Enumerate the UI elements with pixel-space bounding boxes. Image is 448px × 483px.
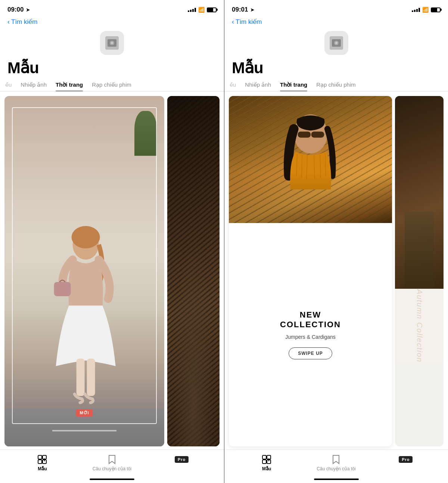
time-1: 09:00 (7, 6, 24, 13)
autumn-collection-text: Autumn Collection (415, 290, 424, 363)
signal-bar (416, 9, 418, 12)
nav-indicator-1 (90, 479, 134, 480)
signal-bar (195, 8, 196, 12)
page-title-2: Mẫu (224, 56, 448, 78)
status-bar-2: 09:01 ➤ 📶 (224, 0, 448, 16)
template-center-card[interactable]: NEW COLLECTION Jumpers & Cardigans SWIPE… (229, 96, 392, 446)
template-card-right-1[interactable] (167, 96, 220, 446)
tab-thoitrang-2[interactable]: Thời trang (276, 78, 312, 91)
tab-rapchieuphim-2[interactable]: Rạp chiếu phim (312, 78, 360, 91)
svg-rect-32 (262, 460, 266, 464)
collection-subtitle: Jumpers & Cardigans (285, 334, 336, 340)
status-right-1: 📶 (188, 7, 217, 13)
battery-icon-2 (431, 7, 441, 12)
nav-indicator-2 (314, 479, 359, 480)
tab-bar-2: ều Nhiếp ảnh Thời trang Rạp chiếu phim (224, 78, 448, 92)
svg-rect-30 (262, 455, 266, 459)
app-icon-svg-2 (330, 36, 343, 50)
bottom-nav-2: Mẫu Câu chuyện của tôi Pro (224, 449, 448, 483)
nav-item-pro-2[interactable]: Pro (371, 454, 441, 465)
signal-bar (412, 10, 413, 12)
status-left-2: 09:01 ➤ (232, 6, 255, 13)
phone-panel-1: 09:00 ➤ 📶 ‹ Tìm kiếm (0, 0, 224, 483)
autumn-card-photo (395, 96, 444, 289)
svg-point-3 (111, 42, 113, 44)
pro-badge-1: Pro (175, 456, 189, 463)
svg-rect-7 (77, 359, 85, 396)
template-card-main-1[interactable]: MỚI (4, 96, 164, 446)
status-bar-1: 09:00 ➤ 📶 (0, 0, 224, 16)
grid-plus-icon (37, 455, 47, 464)
signal-bar (190, 10, 192, 12)
bookmark-icon-2 (332, 455, 340, 464)
nav-item-mau-1[interactable]: Mẫu (7, 454, 77, 471)
templates-area-2: NEW COLLECTION Jumpers & Cardigans SWIPE… (224, 92, 448, 449)
back-arrow-1: ‹ (7, 18, 10, 26)
app-icon-2 (324, 31, 348, 55)
signal-bar (419, 8, 420, 12)
nav-item-stories-1[interactable]: Câu chuyện của tôi (77, 454, 147, 471)
page-title-1: Mẫu (0, 56, 224, 78)
location-icon-2: ➤ (250, 7, 255, 13)
tab-rapchieuphim-1[interactable]: Rạp chiếu phim (87, 78, 136, 91)
autumn-card[interactable]: Autumn Collection (395, 96, 444, 446)
back-text-2[interactable]: Tìm kiếm (236, 18, 262, 26)
signal-bars-2 (412, 8, 420, 12)
swipe-up-button[interactable]: SWIPE UP (289, 347, 332, 359)
tab-nhiepanh-1[interactable]: Nhiếp ảnh (16, 78, 51, 91)
center-card-photo (229, 96, 392, 223)
app-icon-1 (100, 31, 124, 55)
stories-icon-1 (107, 454, 117, 465)
shoes-hint (405, 212, 434, 289)
center-card-content: NEW COLLECTION Jumpers & Cardigans SWIPE… (229, 223, 392, 446)
grid-plus-icon-2 (262, 455, 271, 464)
dark-photo-area (167, 96, 220, 446)
pro-icon-1: Pro (177, 454, 187, 465)
svg-point-18 (335, 42, 337, 44)
nav-label-stories-1: Câu chuyện của tôi (93, 466, 131, 471)
nav-back-1[interactable]: ‹ Tìm kiếm (0, 16, 224, 28)
signal-bar (192, 9, 194, 12)
back-text-1[interactable]: Tìm kiếm (11, 18, 37, 26)
pro-icon-2: Pro (401, 454, 411, 465)
nav-item-pro-1[interactable]: Pro (147, 454, 217, 465)
mau-icon-2 (261, 454, 272, 465)
nav-item-stories-2[interactable]: Câu chuyện của tôi (301, 454, 371, 471)
phone-panel-2: 09:01 ➤ 📶 ‹ Tìm kiếm (224, 0, 448, 483)
status-right-2: 📶 (412, 7, 441, 13)
mau-icon-1 (37, 454, 47, 465)
nav-label-mau-1: Mẫu (38, 466, 47, 471)
woman-figure (52, 224, 119, 411)
road-line (52, 430, 116, 431)
tab-partial-2[interactable]: ều (228, 78, 240, 91)
svg-rect-11 (38, 460, 42, 464)
autumn-text-area: Autumn Collection (395, 289, 444, 363)
battery-fill-2 (432, 8, 437, 12)
signal-bar (188, 10, 189, 12)
tab-bar-1: ều Nhiếp ảnh Thời trang Rạp chiếu phim (0, 78, 224, 92)
status-left-1: 09:00 ➤ (7, 6, 30, 13)
svg-rect-6 (54, 282, 71, 296)
app-icon-area-2 (224, 28, 448, 56)
nav-back-2[interactable]: ‹ Tìm kiếm (224, 16, 448, 28)
tab-thoitrang-1[interactable]: Thời trang (51, 78, 87, 91)
templates-area-1: MỚI (0, 92, 224, 449)
tab-nhiepanh-2[interactable]: Nhiếp ảnh (240, 78, 276, 91)
stories-icon-2 (331, 454, 341, 465)
svg-rect-9 (38, 455, 42, 459)
svg-rect-8 (87, 359, 95, 396)
tab-partial-1[interactable]: ều (4, 78, 16, 91)
battery-icon-1 (207, 7, 217, 12)
wifi-icon-2: 📶 (422, 7, 429, 13)
nav-item-mau-2[interactable]: Mẫu (232, 454, 301, 471)
location-icon-1: ➤ (26, 7, 30, 13)
signal-bars-1 (188, 8, 196, 12)
new-badge: MỚI (76, 409, 93, 417)
back-arrow-2: ‹ (232, 18, 234, 26)
signal-bar (414, 10, 416, 12)
time-2: 09:01 (232, 6, 248, 13)
pro-badge-2: Pro (399, 456, 413, 463)
app-icon-svg-1 (105, 36, 119, 50)
svg-point-5 (72, 226, 100, 248)
wifi-icon-1: 📶 (198, 7, 205, 13)
